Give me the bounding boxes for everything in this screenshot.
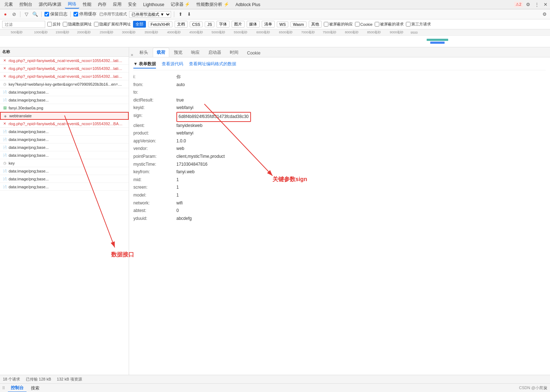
filter-other-button[interactable]: 其他: [309, 21, 322, 28]
request-item-13[interactable]: ◷ key: [0, 159, 129, 167]
close-icon[interactable]: ✕: [542, 1, 549, 8]
request-name-2: rlog.php?_npid=fanyiweb&_ncat=event&_nco…: [9, 74, 123, 79]
filter-media-button[interactable]: 媒体: [247, 21, 260, 28]
tab-headers[interactable]: 标头: [136, 48, 152, 57]
tab-preview[interactable]: 预览: [170, 48, 186, 57]
blocked-request-checkbox[interactable]: 被屏蔽的请求: [375, 22, 404, 27]
invert-checkbox[interactable]: 反转: [47, 22, 61, 27]
request-item-3[interactable]: ◷ key?keyid=webfanyi-key-getter&sign=e07…: [0, 80, 129, 88]
hide-data-urls-checkbox[interactable]: 隐藏数据网址: [63, 22, 92, 27]
separator-4: [174, 11, 174, 17]
tab-timing[interactable]: 时间: [226, 48, 242, 57]
filter-wasm-button[interactable]: Wasm: [290, 22, 307, 27]
console-tab-console[interactable]: 控制台: [8, 384, 27, 392]
tab-cookies[interactable]: Cookie: [243, 49, 264, 57]
menu-item-performance-insights[interactable]: 性能数据分析 ⚡: [194, 1, 232, 8]
tab-initiator[interactable]: 启动器: [204, 48, 225, 57]
request-list: 名称 ✕ rlog.php?_npid=fanyiweb&_ncat=event…: [0, 47, 129, 375]
timeline-bar-1: [427, 39, 448, 41]
network-settings-icon[interactable]: ⚙: [541, 11, 548, 18]
field-client: client: fanyideskweb: [133, 122, 546, 130]
blocked-response-checkbox[interactable]: 被屏蔽的响应: [324, 22, 353, 27]
tick-4500: 4500毫秒: [189, 30, 203, 35]
menu-item-application[interactable]: 应用: [110, 1, 124, 8]
cookie-checkbox[interactable]: Cookie: [355, 22, 373, 27]
menu-item-elements[interactable]: 元素: [1, 1, 16, 8]
filter-input[interactable]: [2, 21, 45, 28]
tab-response[interactable]: 响应: [187, 48, 204, 57]
console-tab-search[interactable]: 搜索: [28, 384, 42, 392]
menu-item-recorder[interactable]: 记录器 ⚡: [168, 1, 193, 8]
tick-2500: 2500毫秒: [100, 30, 113, 35]
menu-item-network[interactable]: 网络: [65, 0, 79, 9]
request-item-16[interactable]: 📄 data:image/png;base...: [0, 183, 129, 191]
resources-size: 132 kB 项资源: [57, 377, 82, 382]
menu-item-lighthouse[interactable]: Lighthouse: [140, 1, 167, 8]
request-item-11[interactable]: 📄 data:image/png;base...: [0, 143, 129, 151]
filter-icon[interactable]: ▽: [23, 11, 30, 18]
field-vendor: vendor: web: [133, 145, 546, 153]
image-icon-9: 📄: [2, 129, 7, 134]
detail-close-icon[interactable]: ✕: [131, 53, 133, 57]
search-icon[interactable]: 🔍: [32, 11, 38, 18]
transferred-size: 已传输 128 kB: [26, 377, 51, 382]
throttle-select[interactable]: 已停用节流模式 ▼: [129, 11, 171, 18]
filter-all-button[interactable]: 全部: [133, 21, 146, 28]
third-party-checkbox[interactable]: 第三方请求: [406, 22, 431, 27]
record-button[interactable]: ●: [2, 11, 9, 18]
request-item-10[interactable]: 📄 data:image/png;base...: [0, 136, 129, 143]
request-name-13: key: [9, 161, 15, 165]
filter-css-button[interactable]: CSS: [190, 22, 203, 27]
filter-fetch-xhr-button[interactable]: Fetch/XHR: [148, 22, 172, 27]
field-pointparam: pointParam: client,mysticTime,product: [133, 153, 546, 161]
requests-count: 18 个请求: [3, 377, 20, 382]
hide-extension-urls-checkbox[interactable]: 隐藏扩展程序网址: [94, 22, 131, 27]
filter-manifest-button[interactable]: 清单: [262, 21, 275, 28]
request-item-2[interactable]: ✕ rlog.php?_npid=fanyiweb&_ncat=event&_n…: [0, 72, 129, 80]
stop-button[interactable]: ⊘: [11, 11, 17, 18]
request-item-7[interactable]: ◈ webtranslate: [0, 112, 129, 120]
tab-payload[interactable]: 载荷: [153, 48, 169, 57]
menu-item-memory[interactable]: 内存: [95, 1, 109, 8]
toolbar: ● ⊘ ▽ 🔍 保留日志 停用缓存 已停用节流模式 已停用节流模式 ▼ ⬆ ⬇ …: [0, 9, 550, 19]
error-icon-1: ✕: [2, 66, 7, 71]
filter-font-button[interactable]: 字体: [217, 21, 229, 28]
request-name-6: fanyi.30edae0a.png: [9, 106, 43, 110]
preserve-log-checkbox[interactable]: 保留日志: [44, 11, 67, 17]
more-icon[interactable]: ⋮: [534, 1, 540, 8]
filter-js-button[interactable]: JS: [205, 22, 214, 27]
request-name-1: rlog.php?_npid=fanyiweb&_ncat=event&_nco…: [9, 66, 123, 71]
payload-sub-tabs: ▼ 表单数据 查看源代码 查看网址编码格式的数据: [133, 60, 546, 70]
settings-icon[interactable]: ⚙: [525, 1, 531, 8]
filter-doc-button[interactable]: 文档: [175, 21, 188, 28]
menu-item-performance[interactable]: 性能: [80, 1, 94, 8]
request-item-6[interactable]: 🖼 fanyi.30edae0a.png: [0, 104, 129, 112]
request-item-12[interactable]: 📄 data:image/png;base...: [0, 151, 129, 159]
import-icon[interactable]: ⬆: [177, 11, 184, 18]
export-icon[interactable]: ⬇: [186, 11, 192, 18]
menu-item-console[interactable]: 控制台: [16, 1, 35, 8]
error-icon-2: ✕: [2, 74, 7, 79]
request-name-8: rlog.php?_npid=fanyiweb&_ncat=event&_nco…: [9, 122, 123, 126]
request-item-15[interactable]: 📄 data:image/png;base...: [0, 175, 129, 183]
subtab-url-encoded[interactable]: 查看网址编码格式的数据: [189, 60, 236, 69]
detail-tabs: ✕ 标头 载荷 预览 响应 启动器 时间 Cookie: [129, 47, 550, 57]
request-item-9[interactable]: 📄 data:image/png;base...: [0, 128, 129, 136]
subtab-view-source[interactable]: 查看源代码: [162, 60, 183, 69]
disable-cache-checkbox[interactable]: 停用缓存: [74, 11, 96, 17]
sign-value: 6d8f4b8924f635fdf31473fcdad38c30: [176, 112, 251, 122]
field-appversion: appVersion: 1.0.0: [133, 137, 546, 145]
filter-image-button[interactable]: 图片: [232, 21, 245, 28]
menu-item-sources[interactable]: 源代码/来源: [36, 1, 64, 8]
request-item-4[interactable]: 📄 data:image/png;base...: [0, 88, 129, 96]
subtab-form-data[interactable]: ▼ 表单数据: [133, 60, 156, 69]
filter-ws-button[interactable]: WS: [277, 22, 288, 27]
request-item-0[interactable]: ✕ rlog.php?_npid=fanyiweb&_ncat=event&_n…: [0, 57, 129, 65]
menu-item-adblock[interactable]: Adblock Plus: [233, 1, 263, 8]
request-item-14[interactable]: 📄 data:image/png;base...: [0, 167, 129, 175]
menu-item-security[interactable]: 安全: [125, 1, 139, 8]
request-item-1[interactable]: ✕ rlog.php?_npid=fanyiweb&_ncat=event&_n…: [0, 65, 129, 72]
timeline-ruler: 500毫秒 1000毫秒 1500毫秒 2000毫秒 2500毫秒 3000毫秒…: [0, 29, 550, 36]
request-item-8[interactable]: ✕ rlog.php?_npid=fanyiweb&_ncat=event&_n…: [0, 120, 129, 128]
request-item-5[interactable]: 📄 data:image/png;base...: [0, 96, 129, 104]
